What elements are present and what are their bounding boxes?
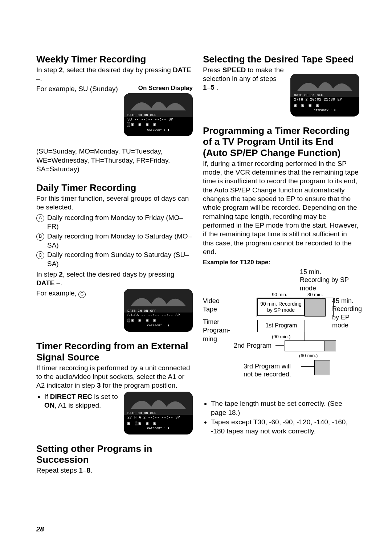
d-2nd-label: 2nd Program <box>234 342 271 350</box>
left-column: Weekly Timer Recording In step 2, select… <box>36 54 193 483</box>
d-3rd-box <box>314 360 330 375</box>
d-top-15: 15 min. Recording by SP mode <box>300 268 352 293</box>
weekly-p1: In step 2, select the desired day by pre… <box>36 66 193 83</box>
succession-heading: Setting other Programs in Succession <box>36 443 193 465</box>
auto-p1: If, during a timer recording performed i… <box>203 159 359 256</box>
daily-p2: In step 2, select the desired days by pr… <box>36 270 193 288</box>
d-30min: 30 min. <box>307 292 323 297</box>
circle-b-icon: B <box>36 233 44 241</box>
osd-icons: ▣ ░▣ ▣ ▣ <box>127 421 189 426</box>
example-label: Example for T120 tape: <box>203 258 359 266</box>
daily-list: A Daily recording from Monday to Friday … <box>36 213 193 269</box>
external-with-tv: If DIRECT REC is set to ON, A1 is skippe… <box>36 392 193 434</box>
daily-p1: For this timer function, several groups … <box>36 194 193 212</box>
daily-with-tv: For example, C DATE CH ON OFF <box>36 289 193 332</box>
osd-icons: ▣ ▣ ▣ ▣ <box>294 103 356 108</box>
tv-screenshot-icon: DATE CH ON OFF SU-SA -- --:-- --:-- SP ░… <box>124 289 193 332</box>
weekly-example: For example, SU (Sunday) <box>36 85 119 93</box>
line-icon <box>305 320 305 342</box>
osd-icons: ░▣ ▣ ▣ ▣ <box>127 318 189 323</box>
auto-bullet: Tapes except T30, -60, -90, -120, -140, … <box>211 418 359 436</box>
circle-a-icon: A <box>36 214 44 222</box>
daily-example: For example, C <box>36 289 119 298</box>
d-timer: TimerProgram-ming <box>203 318 230 343</box>
tv-screenshot-icon: DATE CH ON OFF 27TH A 2 --:-- --:-- SP ▣… <box>124 392 193 434</box>
manual-page: Weekly Timer Recording In step 2, select… <box>0 0 392 555</box>
weekly-heading: Weekly Timer Recording <box>36 54 193 65</box>
d-2nd-box <box>285 340 325 351</box>
osd-icons: ░▣ ▣ ▣ ▣ <box>127 122 189 128</box>
weekly-section: Weekly Timer Recording In step 2, select… <box>36 54 193 174</box>
circle-c-icon: C <box>78 291 86 298</box>
auto-heading: Programming a Timer Recording of a TV Pr… <box>203 125 359 159</box>
daily-heading: Daily Timer Recording <box>36 182 193 193</box>
d-45: 45 min.Recordingby EPmode <box>332 297 362 330</box>
d-60m: (60 min.) <box>299 353 318 358</box>
external-heading: Timer Recording from an External Signal … <box>36 340 193 363</box>
weekly-days: (SU=Sunday, MO=Monday, TU=Tuesday, WE=We… <box>36 147 193 174</box>
d-2nd-box-gray <box>324 340 336 351</box>
list-item: A Daily recording from Monday to Friday … <box>36 213 193 231</box>
tape-outline <box>257 298 334 317</box>
tv-screenshot-icon: DATE CH ON OFF 27TH 2 20:02 21:30 EP ▣ ▣… <box>290 74 359 117</box>
auto-bullet: The tape length must be set correctly. (… <box>211 399 359 417</box>
daily-section: Daily Timer Recording For this timer fun… <box>36 182 193 332</box>
speed-heading: Selecting the Desired Tape Speed <box>203 54 359 65</box>
external-bullet: If DIRECT REC is set to ON, A1 is skippe… <box>44 392 119 410</box>
d-90min: 90 min. <box>272 292 287 297</box>
d-90m: (90 min.) <box>272 334 290 339</box>
d-video: VideoTape <box>203 297 220 314</box>
t120-diagram: 15 min. Recording by SP mode 90 min. 30 … <box>203 268 352 399</box>
list-item: C Daily recording from Sunday to Saturda… <box>36 250 193 268</box>
speed-p1: Press SPEED to make the selection in any… <box>203 66 286 92</box>
d-1st: 1st Program <box>257 320 305 332</box>
auto-section: Programming a Timer Recording of a TV Pr… <box>203 125 359 436</box>
right-column: Selecting the Desired Tape Speed Press S… <box>203 54 359 483</box>
external-p1: If timer recording is performed by a uni… <box>36 364 193 390</box>
osd-label: On Screen Display <box>124 85 193 92</box>
weekly-with-tv: For example, SU (Sunday) On Screen Displ… <box>36 85 193 136</box>
columns: Weekly Timer Recording In step 2, select… <box>36 54 359 483</box>
page-number: 28 <box>36 525 44 533</box>
speed-section: Selecting the Desired Tape Speed Press S… <box>203 54 359 117</box>
line-icon <box>301 366 314 367</box>
speed-with-tv: Press SPEED to make the selection in any… <box>203 66 359 117</box>
line-icon <box>275 345 284 346</box>
circle-c-icon: C <box>36 251 44 259</box>
external-section: Timer Recording from an External Signal … <box>36 340 193 434</box>
tv-screenshot-icon: DATE CH ON OFF SU -- --:-- --:-- SP ░▣ ▣… <box>124 93 193 136</box>
succession-section: Setting other Programs in Succession Rep… <box>36 443 193 475</box>
succession-p1: Repeat steps 1–8. <box>36 466 193 475</box>
list-item: B Daily recording from Monday to Saturda… <box>36 232 193 250</box>
d-3rd-label: 3rd Program willnot be recorded. <box>244 362 291 379</box>
